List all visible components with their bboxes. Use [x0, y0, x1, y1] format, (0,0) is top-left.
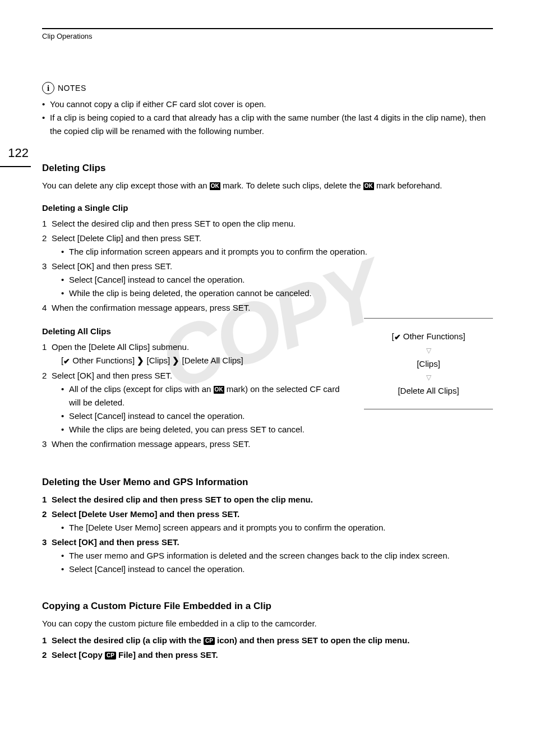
text: mark. To delete such clips, delete the — [223, 181, 363, 190]
note-item: You cannot copy a clip if either CF card… — [42, 98, 493, 111]
ok-mark-icon: OK — [363, 182, 374, 190]
step-text: When the confirmation message appears, p… — [52, 439, 250, 449]
page-number-block: 122 — [0, 143, 31, 167]
step-item: Select [OK] and then press SET. All of t… — [42, 369, 353, 436]
menu-path: [✔ Other Functions] ❯ [Clips] ❯ [Delete … — [52, 354, 353, 367]
step-text: File] and then press SET. — [118, 650, 218, 660]
step-item: Select [Copy CP File] and then press SET… — [42, 648, 493, 662]
notes-list: You cannot copy a clip if either CF card… — [42, 98, 493, 138]
step-item: Select the desired clip (a clip with the… — [42, 634, 493, 647]
text: [Delete All Clips] — [179, 356, 243, 365]
menu-path-item: [Clips] — [367, 357, 490, 371]
menu-path-box: [✔ Other Functions] ▽ [Clips] ▽ [Delete … — [364, 318, 493, 409]
text: Other Functions] — [70, 356, 137, 365]
step-item: Select [OK] and then press SET. Select [… — [42, 260, 493, 300]
page-number: 122 — [0, 143, 31, 163]
sub-bullet: While the clip is being deleted, the ope… — [61, 287, 493, 300]
info-icon: i — [42, 82, 54, 94]
check-icon: ✔ — [394, 331, 401, 343]
check-icon: ✔ — [63, 355, 70, 367]
step-item: Select [Delete User Memo] and then press… — [42, 508, 493, 534]
ok-mark-icon: OK — [214, 386, 224, 394]
sub-bullet: While the clips are being deleted, you c… — [61, 423, 353, 436]
step-list: Open the [Delete All Clips] submenu. [✔ … — [42, 340, 353, 450]
text: You can delete any clip except those wit… — [42, 181, 210, 190]
step-text: Select [OK] and then press SET. — [52, 537, 179, 547]
step-list: Select the desired clip and then press S… — [42, 493, 493, 576]
sub-bullet: The user memo and GPS information is del… — [61, 549, 493, 563]
step-text: Select the desired clip (a clip with the — [52, 635, 204, 645]
page-number-rule — [0, 166, 31, 167]
step-text: icon) and then press SET to open the cli… — [217, 635, 409, 645]
menu-path-item: [Delete All Clips] — [367, 384, 490, 398]
step-item: Select [Delete Clip] and then press SET.… — [42, 232, 493, 259]
sub-bullet: All of the clips (except for clips with … — [61, 382, 353, 409]
note-item: If a clip is being copied to a card that… — [42, 111, 493, 138]
step-item: When the confirmation message appears, p… — [42, 301, 493, 315]
step-text: Select [OK] and then press SET. — [52, 371, 172, 380]
step-list: Select the desired clip and then press S… — [42, 217, 493, 315]
down-arrow-icon: ▽ — [367, 374, 490, 381]
step-text: Open the [Delete All Clips] submenu. — [52, 342, 189, 352]
notes-label: NOTES — [58, 82, 86, 94]
step-item: Open the [Delete All Clips] submenu. [✔ … — [42, 340, 353, 367]
step-item: When the confirmation message appears, p… — [42, 437, 353, 451]
down-arrow-icon: ▽ — [367, 347, 490, 354]
step-item: Select [OK] and then press SET. The user… — [42, 536, 493, 576]
breadcrumb: Clip Operations — [0, 31, 535, 43]
text: Other Functions] — [401, 331, 465, 341]
step-item: Select the desired clip and then press S… — [42, 217, 493, 231]
header-rule — [42, 28, 493, 29]
section-title: Deleting the User Memo and GPS Informati… — [42, 474, 493, 490]
sub-bullet: Select [Cancel] instead to cancel the op… — [61, 273, 493, 287]
arrow-icon: ❯ — [172, 354, 179, 367]
cp-mark-icon: CP — [204, 637, 215, 645]
sub-bullet: Select [Cancel] instead to cancel the op… — [61, 409, 353, 423]
text: All of the clips (except for clips with … — [69, 384, 214, 394]
sub-bullet: The [Delete User Memo] screen appears an… — [61, 521, 493, 534]
ok-mark-icon: OK — [210, 182, 220, 190]
arrow-icon: ❯ — [137, 354, 144, 367]
sub-bullet: The clip information screen appears and … — [61, 245, 493, 259]
step-item: Select the desired clip and then press S… — [42, 493, 493, 506]
text: [Clips] — [144, 356, 172, 365]
step-text: Select [Delete User Memo] and then press… — [52, 509, 239, 519]
step-text: Select the desired clip and then press S… — [52, 495, 313, 504]
cp-mark-icon: CP — [105, 652, 116, 660]
text: mark beforehand. — [376, 181, 442, 190]
section-intro: You can delete any clip except those wit… — [42, 179, 493, 192]
section-title: Copying a Custom Picture File Embedded i… — [42, 598, 493, 614]
step-text: Select [OK] and then press SET. — [52, 261, 172, 271]
step-text: When the confirmation message appears, p… — [52, 303, 250, 312]
sub-section-title: Deleting a Single Clip — [42, 201, 493, 215]
step-text: Select [Copy — [52, 650, 105, 660]
section-intro: You can copy the custom picture file emb… — [42, 617, 493, 630]
step-list: Select the desired clip (a clip with the… — [42, 634, 493, 662]
section-title: Deleting Clips — [42, 160, 493, 176]
step-text: Select [Delete Clip] and then press SET. — [52, 233, 201, 243]
sub-section-title: Deleting All Clips — [42, 325, 353, 338]
menu-path-item: [✔ Other Functions] — [367, 330, 490, 343]
step-text: Select the desired clip and then press S… — [52, 219, 296, 228]
sub-bullet: Select [Cancel] instead to cancel the op… — [61, 563, 493, 576]
